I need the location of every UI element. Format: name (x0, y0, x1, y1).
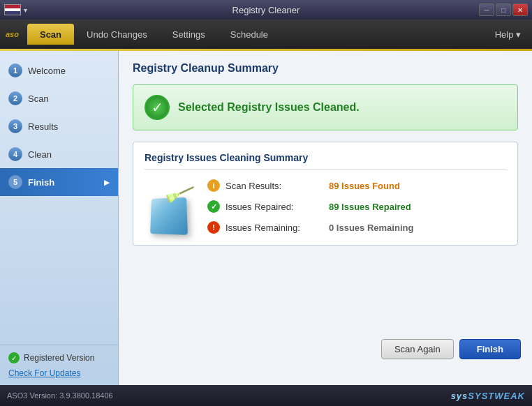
bottom-bar: ASO3 Version: 3.9.3800.18406 sysSYSTWEAK… (0, 385, 532, 406)
sidebar-num-5: 5 (8, 175, 22, 189)
tab-schedule[interactable]: Schedule (218, 24, 281, 45)
sidebar-label-clean: Clean (28, 149, 52, 160)
tab-bar: aso Scan Undo Changes Settings Schedule … (0, 20, 532, 49)
action-bar: Scan Again Finish (381, 333, 521, 364)
check-updates-link[interactable]: Check For Updates (8, 368, 80, 378)
summary-content: 🧹 i Scan Results: 89 Issues Found (145, 176, 506, 235)
info-icon: i (207, 179, 220, 192)
tab-scan[interactable]: Scan (27, 24, 74, 45)
sidebar-item-scan[interactable]: 2 Scan (0, 84, 118, 112)
window-controls: ─ □ ✕ (479, 3, 528, 16)
tab-settings[interactable]: Settings (160, 24, 218, 45)
minimize-button[interactable]: ─ (479, 3, 494, 16)
success-icon: ✓ (207, 200, 220, 213)
sidebar-item-clean[interactable]: 4 Clean (0, 140, 118, 168)
tab-undo-changes[interactable]: Undo Changes (74, 24, 160, 45)
sidebar-label-scan: Scan (28, 93, 49, 104)
summary-box: Registry Issues Cleaning Summary 🧹 (133, 142, 518, 246)
sidebar: 1 Welcome 2 Scan 3 Results 4 Clean 5 Fin… (0, 51, 119, 385)
app-icon-image: 🧹 (145, 179, 193, 235)
app-logo: aso (6, 30, 19, 38)
sidebar-label-welcome: Welcome (28, 66, 66, 76)
maximize-button[interactable]: □ (496, 3, 511, 16)
registered-label: Registered Version (24, 353, 94, 363)
success-message: Selected Registry Issues Cleaned. (178, 101, 360, 114)
table-row: ! Issues Remaining: 0 Issues Remaining (207, 221, 506, 234)
flag-dropdown[interactable]: ▾ (24, 6, 27, 14)
sidebar-num-1: 1 (8, 63, 22, 77)
warning-icon: ! (207, 221, 220, 234)
flag-icon (4, 4, 21, 15)
version-text: ASO3 Version: 3.9.3800.18406 (7, 391, 113, 400)
sidebar-label-finish: Finish (28, 177, 54, 188)
scan-results-value: 89 Issues Found (329, 181, 400, 191)
sidebar-item-welcome[interactable]: 1 Welcome (0, 57, 118, 84)
sidebar-bottom: ✓ Registered Version Check For Updates (0, 345, 118, 385)
brand-text: sysSYSTWEAKSYSTWEAK (451, 391, 525, 401)
scan-results-label: Scan Results: (226, 181, 323, 191)
close-button[interactable]: ✕ (512, 3, 528, 16)
table-row: i Scan Results: 89 Issues Found (207, 179, 506, 192)
content-title: Registry Cleanup Summary (133, 62, 518, 75)
sidebar-item-finish[interactable]: 5 Finish ▶ (0, 168, 118, 196)
issues-repaired-label: Issues Repaired: (226, 202, 323, 212)
window-title: Registry Cleaner (232, 5, 300, 15)
help-button[interactable]: Help ▾ (489, 27, 526, 43)
sidebar-label-results: Results (28, 121, 58, 132)
issues-remaining-value: 0 Issues Remaining (329, 223, 413, 233)
table-row: ✓ Issues Repaired: 89 Issues Repaired (207, 200, 506, 213)
brand-sys: sys (451, 391, 468, 401)
sidebar-item-results[interactable]: 3 Results (0, 112, 118, 140)
sidebar-num-4: 4 (8, 147, 22, 161)
title-bar: ▾ Registry Cleaner ─ □ ✕ (0, 0, 532, 20)
success-banner: ✓ Selected Registry Issues Cleaned. (133, 84, 518, 130)
summary-box-title: Registry Issues Cleaning Summary (145, 152, 506, 170)
issues-repaired-value: 89 Issues Repaired (329, 202, 411, 212)
finish-button[interactable]: Finish (459, 339, 521, 359)
sidebar-arrow-icon: ▶ (104, 179, 110, 186)
registered-check-icon: ✓ (8, 352, 20, 363)
sidebar-num-2: 2 (8, 91, 22, 105)
sidebar-num-3: 3 (8, 119, 22, 133)
summary-rows: i Scan Results: 89 Issues Found ✓ Issues… (207, 176, 506, 234)
scan-again-button[interactable]: Scan Again (381, 339, 454, 359)
success-check-icon: ✓ (145, 95, 170, 120)
registered-row: ✓ Registered Version (8, 352, 110, 363)
issues-remaining-label: Issues Remaining: (226, 223, 323, 233)
